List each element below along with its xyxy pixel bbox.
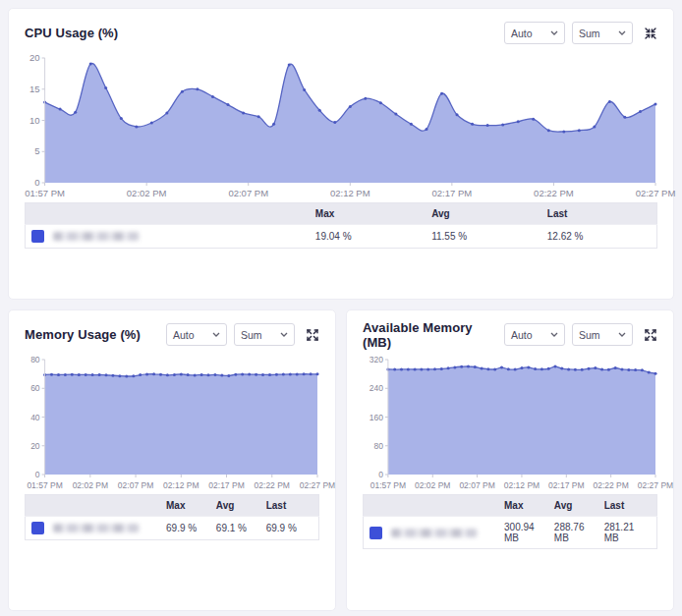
cpu-aggregation-value: Sum [579,28,600,39]
legend-series-row[interactable]: 69.9 % 69.1 % 69.9 % [26,517,319,540]
svg-text:01:57 PM: 01:57 PM [25,188,65,198]
svg-text:15: 15 [29,84,40,94]
svg-text:02:02 PM: 02:02 PM [127,188,167,198]
memory-usage-card: Memory Usage (%) Auto Sum 02040608001:57 [8,309,336,611]
memory-expand-button[interactable] [306,328,319,342]
svg-text:01:57 PM: 01:57 PM [27,480,62,490]
available-memory-legend-table: Max Avg Last 300.94 MB 288.76 MB 281.21 … [363,494,657,549]
legend-series-row[interactable]: 19.04 % 11.55 % 12.62 % [26,225,657,249]
svg-text:0: 0 [35,470,40,479]
svg-text:0: 0 [378,470,383,479]
legend-last-header: Last [541,203,657,225]
series-avg-value: 288.76 MB [548,517,598,549]
cpu-card-header: CPU Usage (%) Auto Sum [25,22,657,44]
cpu-time-range-value: Auto [511,28,533,39]
series-avg-value: 69.1 % [210,517,260,540]
legend-name-header [26,495,161,517]
svg-text:02:22 PM: 02:22 PM [534,188,574,198]
expand-icon [644,328,657,342]
svg-text:02:07 PM: 02:07 PM [459,480,494,490]
svg-text:80: 80 [373,441,383,451]
memory-usage-chart[interactable]: 02040608001:57 PM02:02 PM02:07 PM02:12 P… [25,354,321,491]
legend-last-header: Last [260,495,319,517]
chevron-down-icon [550,332,558,337]
svg-text:02:27 PM: 02:27 PM [300,480,335,490]
cpu-usage-chart[interactable]: 0510152001:57 PM02:02 PM02:07 PM02:12 PM… [25,52,659,199]
series-last-value: 69.9 % [260,517,319,540]
legend-series-row[interactable]: 300.94 MB 288.76 MB 281.21 MB [364,517,657,549]
memory-legend-table: Max Avg Last 69.9 % 69.1 % 69.9 % [25,494,319,540]
svg-text:40: 40 [30,413,40,422]
svg-text:240: 240 [369,383,383,393]
legend-name-header [26,203,310,225]
svg-text:20: 20 [29,52,40,63]
svg-text:60: 60 [30,383,40,393]
series-max-value: 69.9 % [160,517,210,540]
series-name-redacted [53,524,140,532]
legend-header-row: Max Avg Last [26,495,319,517]
available-memory-chart-controls: Auto Sum [497,323,657,346]
memory-chart-title: Memory Usage (%) [25,327,141,342]
available-memory-aggregation-value: Sum [579,329,600,341]
series-swatch [31,230,44,243]
cpu-usage-card: CPU Usage (%) Auto Sum 0510152001:57 PM0… [8,8,674,300]
legend-avg-header: Avg [210,495,260,517]
svg-text:02:02 PM: 02:02 PM [73,480,108,490]
cpu-time-range-select[interactable]: Auto [504,22,565,44]
legend-name-header [364,495,499,517]
memory-card-header: Memory Usage (%) Auto Sum [25,323,319,346]
legend-header-row: Max Avg Last [364,495,657,517]
svg-text:02:02 PM: 02:02 PM [415,480,450,490]
available-memory-aggregation-select[interactable]: Sum [572,323,633,346]
collapse-icon [644,27,657,40]
legend-max-header: Max [310,203,426,225]
series-last-value: 12.62 % [541,225,657,249]
memory-aggregation-select[interactable]: Sum [234,323,295,346]
svg-text:02:27 PM: 02:27 PM [638,480,673,490]
svg-text:02:27 PM: 02:27 PM [636,188,676,198]
svg-text:02:17 PM: 02:17 PM [432,188,473,198]
memory-chart-controls: Auto Sum [159,323,319,346]
available-memory-time-range-value: Auto [511,329,533,341]
legend-avg-header: Avg [548,495,598,517]
monitoring-dashboard: CPU Usage (%) Auto Sum 0510152001:57 PM0… [0,0,682,616]
svg-text:5: 5 [34,145,39,156]
series-avg-value: 11.55 % [426,225,541,249]
cpu-aggregation-select[interactable]: Sum [572,22,633,44]
chevron-down-icon [212,332,220,337]
legend-max-header: Max [498,495,548,517]
series-max-value: 300.94 MB [498,517,548,549]
series-swatch [31,522,44,534]
svg-text:02:12 PM: 02:12 PM [163,480,199,490]
cpu-collapse-button[interactable] [644,27,657,40]
svg-text:02:22 PM: 02:22 PM [255,480,290,490]
available-memory-chart-title: Available Memory (MB) [363,320,497,350]
available-memory-time-range-select[interactable]: Auto [504,323,565,346]
legend-max-header: Max [160,495,210,517]
memory-time-range-select[interactable]: Auto [166,323,227,346]
memory-time-range-value: Auto [173,329,195,341]
svg-text:02:07 PM: 02:07 PM [118,480,153,490]
svg-text:320: 320 [369,355,383,364]
svg-text:02:17 PM: 02:17 PM [208,480,244,490]
available-memory-card: Available Memory (MB) Auto Sum 080160240 [346,309,674,611]
svg-text:160: 160 [369,413,383,422]
svg-text:20: 20 [30,441,40,451]
chevron-down-icon [618,30,626,35]
svg-text:0: 0 [34,177,39,188]
expand-icon [306,328,319,342]
series-last-value: 281.21 MB [598,517,657,549]
bottom-cards-row: Memory Usage (%) Auto Sum 02040608001:57 [8,309,674,611]
available-memory-card-header: Available Memory (MB) Auto Sum [363,323,657,346]
legend-avg-header: Avg [426,203,541,225]
memory-aggregation-value: Sum [241,329,262,341]
svg-text:02:07 PM: 02:07 PM [228,188,268,198]
cpu-chart-title: CPU Usage (%) [25,26,118,40]
svg-text:02:12 PM: 02:12 PM [504,480,540,490]
svg-text:02:22 PM: 02:22 PM [593,480,628,490]
cpu-legend-table: Max Avg Last 19.04 % 11.55 % 12.62 % [25,202,657,249]
svg-text:80: 80 [30,355,40,364]
available-memory-expand-button[interactable] [644,328,657,342]
svg-text:02:12 PM: 02:12 PM [330,188,370,198]
available-memory-chart[interactable]: 08016024032001:57 PM02:02 PM02:07 PM02:1… [363,354,659,491]
